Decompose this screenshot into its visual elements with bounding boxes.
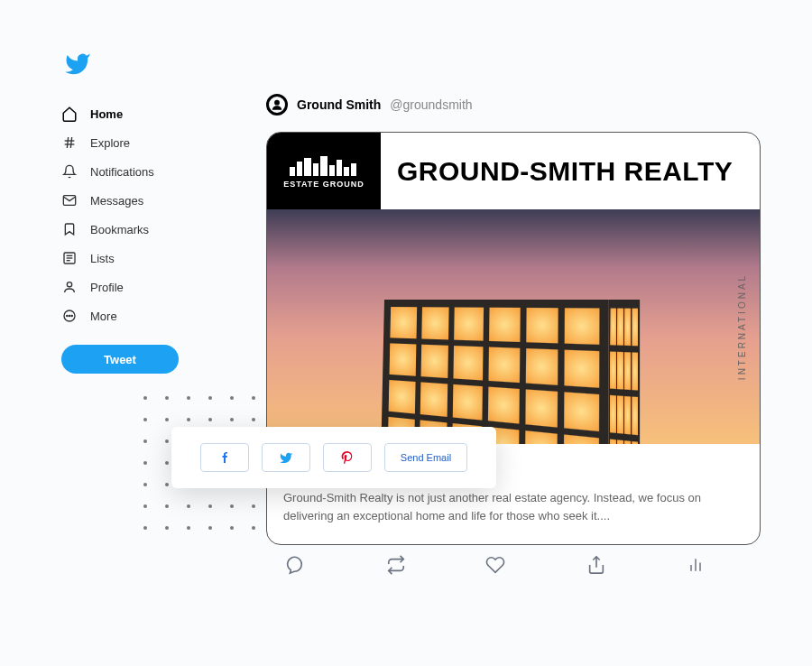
share-twitter-button[interactable]: [262, 443, 310, 472]
sidebar-nav: Home Explore Notifications Messages Book…: [61, 99, 197, 374]
sidebar-item-explore[interactable]: Explore: [61, 128, 197, 157]
share-facebook-button[interactable]: [200, 443, 249, 472]
sidebar-item-label: More: [90, 310, 117, 323]
analytics-icon: [687, 555, 705, 575]
analytics-button[interactable]: [687, 555, 708, 577]
svg-rect-16: [297, 162, 302, 176]
user-icon: [61, 279, 78, 295]
sidebar-item-label: Bookmarks: [90, 223, 149, 236]
tweet-actions: [275, 555, 717, 577]
share-icon: [586, 555, 606, 575]
share-pinterest-button[interactable]: [323, 443, 372, 472]
svg-point-9: [67, 282, 71, 287]
sidebar-item-profile[interactable]: Profile: [61, 273, 197, 301]
card-side-label: INTERNATIONAL: [737, 273, 747, 380]
svg-rect-18: [313, 163, 318, 176]
svg-rect-15: [290, 167, 295, 176]
sidebar-item-label: Notifications: [90, 165, 154, 179]
svg-point-14: [274, 100, 280, 106]
facebook-icon: [219, 449, 230, 467]
skyline-icon: [288, 154, 360, 176]
sidebar-item-label: Home: [90, 107, 123, 121]
twitter-logo-icon: [61, 51, 765, 81]
sidebar-item-label: Explore: [90, 136, 130, 150]
brand-logo-box: ESTATE GROUND: [267, 133, 381, 209]
author-name[interactable]: Ground Smith: [297, 97, 381, 112]
retweet-button[interactable]: [385, 555, 407, 577]
share-button[interactable]: [586, 555, 608, 577]
author-handle[interactable]: @groundsmith: [390, 97, 472, 112]
pinterest-icon: [341, 449, 354, 466]
sidebar-item-notifications[interactable]: Notifications: [61, 157, 197, 186]
brand-subtitle: ESTATE GROUND: [283, 180, 364, 189]
sidebar-item-label: Profile: [90, 281, 124, 294]
retweet-icon: [385, 555, 407, 575]
svg-rect-21: [337, 160, 342, 176]
svg-rect-23: [351, 163, 356, 176]
sidebar-item-home[interactable]: Home: [61, 99, 197, 128]
svg-rect-20: [329, 165, 335, 176]
bell-icon: [61, 163, 78, 180]
more-icon: [61, 308, 78, 324]
mail-icon: [61, 192, 78, 208]
sidebar-item-lists[interactable]: Lists: [61, 244, 197, 273]
reply-icon: [284, 555, 304, 575]
sidebar-item-bookmarks[interactable]: Bookmarks: [61, 215, 197, 244]
share-bar: Send Email: [171, 427, 496, 488]
card-headline: GROUND-SMITH REALTY: [381, 133, 760, 209]
hash-icon: [61, 134, 78, 151]
svg-rect-22: [344, 167, 349, 176]
sidebar-item-messages[interactable]: Messages: [61, 186, 197, 215]
sidebar-item-more[interactable]: More: [61, 301, 197, 330]
avatar[interactable]: [266, 94, 288, 116]
share-email-button[interactable]: Send Email: [384, 443, 467, 472]
svg-line-2: [67, 137, 68, 148]
tweet-header: Ground Smith @groundsmith: [266, 94, 767, 116]
sidebar-item-label: Lists: [90, 252, 115, 265]
list-icon: [61, 250, 78, 266]
svg-rect-17: [304, 158, 311, 176]
compose-tweet-button[interactable]: Tweet: [61, 345, 179, 374]
svg-point-11: [67, 315, 68, 316]
card-hero-image: INTERNATIONAL: [267, 209, 760, 444]
heart-icon: [485, 555, 505, 575]
home-icon: [61, 106, 78, 122]
reply-button[interactable]: [284, 555, 306, 577]
bookmark-icon: [61, 221, 78, 237]
like-button[interactable]: [485, 555, 507, 577]
svg-line-3: [70, 137, 71, 148]
svg-point-13: [71, 315, 72, 316]
twitter-icon: [278, 451, 294, 465]
sidebar-item-label: Messages: [90, 194, 143, 208]
svg-rect-19: [320, 156, 328, 176]
svg-point-12: [69, 315, 69, 316]
